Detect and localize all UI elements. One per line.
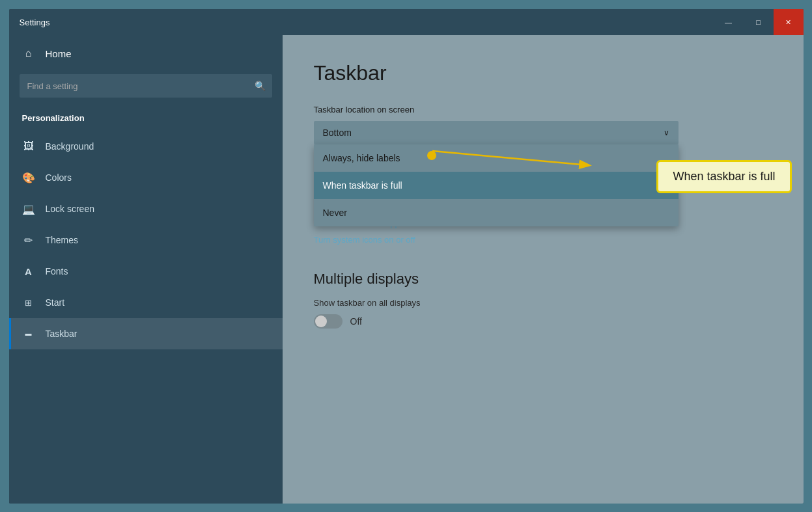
fonts-icon: A <box>22 265 35 278</box>
sidebar-home-label: Home <box>46 48 72 59</box>
minimize-button[interactable]: — <box>714 9 744 35</box>
start-icon: ⊞ <box>22 296 35 309</box>
toggle-thumb <box>315 316 327 327</box>
dropdown-item-always-hide[interactable]: Always, hide labels <box>314 144 679 172</box>
close-button[interactable]: ✕ <box>774 9 804 35</box>
show-taskbar-label: Show taskbar on all displays <box>314 298 772 308</box>
sidebar-item-lock-screen[interactable]: 💻 Lock screen <box>9 193 283 224</box>
sidebar-item-label-colors: Colors <box>46 172 72 183</box>
sidebar-item-label-themes: Themes <box>46 235 79 245</box>
themes-icon: ✏ <box>22 234 35 247</box>
toggle-state-label: Off <box>350 316 362 327</box>
sidebar-item-label-lock-screen: Lock screen <box>46 204 94 214</box>
dropdown-item-when-full[interactable]: When taskbar is full <box>314 172 679 199</box>
sidebar-section-title: Personalization <box>9 108 283 131</box>
dropdown-button[interactable]: Bottom ∨ <box>314 121 679 144</box>
sidebar-item-home[interactable]: ⌂ Home <box>9 35 283 72</box>
sidebar-item-label-fonts: Fonts <box>46 266 68 276</box>
window-controls: — □ ✕ <box>714 9 804 35</box>
home-icon: ⌂ <box>22 47 35 60</box>
annotation-tooltip: When taskbar is full <box>656 160 791 193</box>
taskbar-icon: ▬ <box>22 327 35 340</box>
sidebar-item-fonts[interactable]: A Fonts <box>9 256 283 287</box>
dropdown-menu: Always, hide labels When taskbar is full… <box>314 144 679 226</box>
sidebar-item-label-background: Background <box>46 141 94 152</box>
location-label: Taskbar location on screen <box>314 105 772 115</box>
dropdown-section: Bottom ∨ Always, hide labels When taskba… <box>314 121 772 144</box>
main-layout: ⌂ Home 🔍 Personalization 🖼 Background 🎨 … <box>9 35 804 504</box>
toggle-row: Off <box>314 314 772 329</box>
search-input[interactable] <box>20 74 272 98</box>
sidebar-item-label-start: Start <box>46 297 65 308</box>
multiple-displays-title: Multiple displays <box>314 271 772 288</box>
content-area: Taskbar Taskbar location on screen Botto… <box>283 35 804 504</box>
search-icon: 🔍 <box>255 81 266 91</box>
chevron-down-icon: ∨ <box>664 128 669 137</box>
colors-icon: 🎨 <box>22 171 35 184</box>
lock-screen-icon: 💻 <box>22 202 35 215</box>
sidebar-item-themes[interactable]: ✏ Themes <box>9 224 283 256</box>
settings-window: Settings — □ ✕ ⌂ Home 🔍 Personalization … <box>9 9 804 504</box>
sidebar: ⌂ Home 🔍 Personalization 🖼 Background 🎨 … <box>9 35 283 504</box>
sidebar-item-label-taskbar: Taskbar <box>46 329 77 339</box>
system-icons-link[interactable]: Turn system icons on or off <box>314 235 772 245</box>
sidebar-item-colors[interactable]: 🎨 Colors <box>9 162 283 193</box>
dropdown-item-never[interactable]: Never <box>314 199 679 226</box>
sidebar-item-background[interactable]: 🖼 Background <box>9 131 283 162</box>
background-icon: 🖼 <box>22 140 35 153</box>
window-title: Settings <box>20 18 50 27</box>
title-bar: Settings — □ ✕ <box>9 9 804 35</box>
sidebar-item-taskbar[interactable]: ▬ Taskbar <box>9 318 283 349</box>
dropdown-value: Bottom <box>323 128 352 138</box>
page-title: Taskbar <box>314 61 772 85</box>
annotation-dot <box>427 151 436 160</box>
sidebar-item-start[interactable]: ⊞ Start <box>9 287 283 318</box>
maximize-button[interactable]: □ <box>744 9 774 35</box>
taskbar-location-dropdown[interactable]: Bottom ∨ Always, hide labels When taskba… <box>314 121 679 144</box>
show-taskbar-toggle[interactable] <box>314 314 343 329</box>
sidebar-search-container: 🔍 <box>20 74 272 98</box>
